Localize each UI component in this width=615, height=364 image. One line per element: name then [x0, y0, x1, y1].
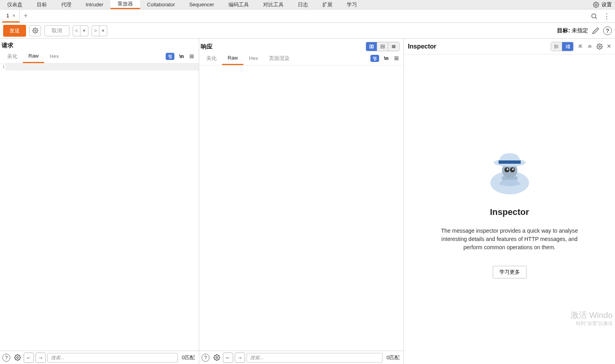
main-tab-proxy[interactable]: 代理 [54, 0, 79, 9]
help-icon[interactable]: ? [2, 353, 11, 362]
request-tab-pretty[interactable]: 美化 [2, 49, 23, 63]
svg-rect-9 [372, 45, 374, 48]
next-match-button[interactable]: → [36, 353, 46, 363]
request-editor[interactable]: 1 [0, 63, 199, 351]
inspector-body: Inspector The message inspector provides… [404, 54, 615, 364]
response-tab-raw[interactable]: Raw [222, 51, 243, 65]
collapse-all-icon[interactable] [587, 44, 593, 49]
newline-icon[interactable]: \n [384, 55, 389, 61]
request-title: 请求 [2, 42, 13, 49]
inspector-header: Inspector × [404, 39, 615, 54]
wrap-icon[interactable] [166, 53, 174, 60]
svg-point-0 [595, 4, 597, 6]
response-footer: ? ← → 0匹配 [199, 351, 404, 364]
response-editor[interactable] [199, 65, 404, 351]
response-title: 响应 [201, 43, 213, 50]
main-tab-learn[interactable]: 学习 [340, 0, 364, 9]
help-icon[interactable]: ? [603, 26, 612, 35]
main-tab-collaborator[interactable]: Collaborator [140, 0, 182, 9]
wrap-icon[interactable] [370, 55, 379, 62]
request-search-input[interactable] [47, 353, 178, 362]
svg-rect-37 [499, 161, 521, 164]
repeater-sub-tab-bar: 1 × + ⋮ [0, 9, 615, 23]
svg-point-35 [512, 168, 514, 170]
line-number: 1 [0, 63, 6, 351]
main-tab-encoder[interactable]: 编码工具 [221, 0, 256, 9]
svg-rect-21 [568, 45, 570, 48]
response-tab-pretty[interactable]: 美化 [201, 51, 222, 65]
main-tab-bar: 仪表盘 目标 代理 Intruder 重放器 Collaborator Sequ… [0, 0, 615, 9]
request-tab-raw[interactable]: Raw [23, 49, 44, 63]
request-pane: 请求 美化 Raw Hex \n 1 ? ← → 0匹配 [0, 39, 199, 364]
inspector-heading: Inspector [490, 207, 529, 217]
response-tab-hex[interactable]: Hex [243, 51, 264, 65]
gear-icon[interactable] [212, 353, 221, 362]
request-match-count: 0匹配 [179, 354, 197, 361]
main-tab-dashboard[interactable]: 仪表盘 [0, 0, 30, 9]
close-icon[interactable]: × [607, 42, 611, 50]
spy-icon [482, 140, 537, 195]
main-tab-logger[interactable]: 日志 [291, 0, 315, 9]
svg-rect-17 [555, 45, 556, 48]
svg-point-3 [34, 30, 36, 32]
layout-toggle [366, 42, 400, 51]
hamburger-icon[interactable] [189, 54, 195, 59]
prev-match-button[interactable]: ← [24, 353, 34, 363]
settings-gear-button[interactable] [29, 25, 41, 36]
help-icon[interactable]: ? [201, 353, 210, 362]
inspector-layout-left-icon[interactable] [551, 42, 562, 51]
layout-rows-icon[interactable] [377, 42, 388, 51]
learn-more-button[interactable]: 学习更多 [493, 266, 527, 278]
main-tab-comparer[interactable]: 对比工具 [256, 0, 291, 9]
inspector-layout-right-icon[interactable] [562, 42, 573, 51]
main-tab-extensions[interactable]: 扩展 [315, 0, 340, 9]
history-back-group: < ▾ [73, 25, 88, 36]
newline-icon[interactable]: \n [179, 53, 184, 59]
gear-icon[interactable] [596, 43, 603, 50]
svg-rect-12 [392, 45, 396, 48]
main-tab-intruder[interactable]: Intruder [79, 0, 110, 9]
inspector-pane: Inspector × [404, 39, 615, 364]
request-tab-hex[interactable]: Hex [44, 49, 64, 63]
svg-point-16 [216, 357, 217, 358]
svg-point-1 [592, 14, 596, 18]
main-tab-repeater[interactable]: 重放器 [110, 0, 140, 9]
svg-point-34 [507, 168, 508, 170]
svg-rect-11 [381, 47, 384, 48]
windows-activation-subtitle: 转到"设置"以激活 [576, 320, 613, 327]
action-bar: 发送 取消 < ▾ > ▾ 目标: 未指定 ? [0, 23, 615, 39]
search-icon[interactable] [591, 13, 598, 20]
prev-match-button[interactable]: ← [223, 353, 233, 363]
kebab-menu-icon[interactable]: ⋮ [603, 12, 610, 21]
expand-all-icon[interactable] [578, 44, 583, 49]
response-tab-render[interactable]: 页面渲染 [264, 51, 295, 65]
gear-icon[interactable] [593, 2, 599, 8]
main-tab-sequencer[interactable]: Sequencer [182, 0, 221, 9]
request-editor-body[interactable] [6, 63, 199, 71]
response-search-input[interactable] [247, 353, 383, 362]
close-icon[interactable]: × [12, 13, 15, 19]
history-back-button[interactable]: < [73, 25, 80, 36]
layout-columns-icon[interactable] [366, 42, 377, 51]
svg-rect-10 [381, 45, 384, 46]
svg-line-2 [595, 17, 596, 19]
history-forward-button[interactable]: > [92, 25, 99, 36]
repeater-tab-1[interactable]: 1 × [2, 9, 20, 22]
send-button[interactable]: 发送 [3, 25, 26, 37]
settings-label[interactable]: 设置 [602, 1, 612, 8]
inspector-layout-toggle [551, 42, 574, 51]
hamburger-icon[interactable] [393, 56, 400, 61]
windows-activation-watermark: 激活 Windo [570, 310, 613, 321]
gear-icon[interactable] [13, 353, 22, 362]
history-forward-dropdown[interactable]: ▾ [99, 25, 107, 36]
svg-point-28 [599, 46, 600, 47]
add-tab-button[interactable]: + [20, 12, 32, 20]
next-match-button[interactable]: → [235, 353, 245, 363]
cancel-button[interactable]: 取消 [44, 25, 69, 36]
history-back-dropdown[interactable]: ▾ [80, 25, 88, 36]
svg-rect-8 [370, 45, 371, 48]
inspector-description: The message inspector provides a quick w… [435, 227, 585, 252]
main-tab-target[interactable]: 目标 [30, 0, 54, 9]
pencil-icon[interactable] [592, 27, 599, 34]
layout-single-icon[interactable] [388, 42, 399, 51]
